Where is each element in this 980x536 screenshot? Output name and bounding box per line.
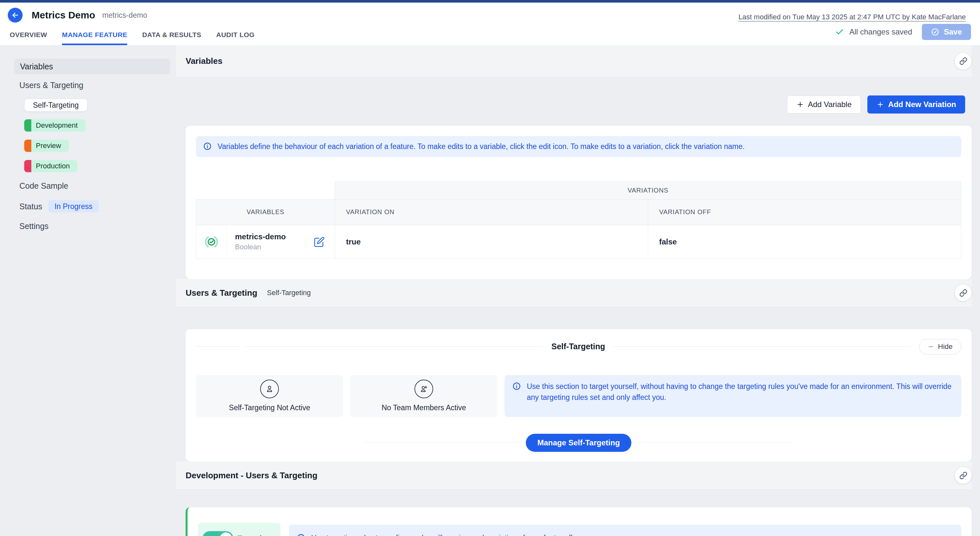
- add-new-variation-label: Add New Variation: [888, 100, 956, 109]
- info-icon: [297, 533, 305, 536]
- info-icon: [203, 141, 212, 151]
- variables-actions-row: Add Variable Add New Variation: [186, 95, 965, 114]
- tab-data-results[interactable]: DATA & RESULTS: [142, 31, 201, 45]
- divider: [636, 442, 793, 443]
- sidebar-item-code-sample[interactable]: Code Sample: [19, 181, 176, 190]
- back-button[interactable]: [8, 8, 22, 22]
- hide-button-label: Hide: [938, 343, 953, 351]
- hide-button[interactable]: Hide: [919, 339, 961, 354]
- variables-section-title: Variables: [186, 56, 223, 66]
- toggle-knob-check-icon: [220, 533, 232, 536]
- development-info-text: Use targeting rules to configure who wil…: [311, 533, 583, 536]
- targeting-toggle-panel: Targeting ON: [198, 523, 280, 536]
- variable-name[interactable]: metrics-demo: [235, 232, 314, 241]
- variables-info-banner: Variables define the behaviour of each v…: [196, 136, 961, 157]
- targeting-toggle[interactable]: [202, 531, 233, 536]
- add-variable-label: Add Variable: [808, 100, 852, 109]
- sidebar: Variables Users & Targeting Self-Targeti…: [0, 45, 176, 536]
- development-info-banner: Use targeting rules to configure who wil…: [289, 525, 961, 536]
- section-header-variables: Variables: [176, 45, 972, 78]
- page-header: Metrics Demo metrics-demo Last modified …: [0, 3, 980, 45]
- sidebar-item-status[interactable]: Status: [19, 202, 42, 211]
- page-title: Metrics Demo: [32, 10, 95, 21]
- check-circle-icon: [931, 28, 939, 36]
- divider: [364, 442, 521, 443]
- users-targeting-title: Users & Targeting: [186, 288, 257, 298]
- tab-audit-log[interactable]: AUDIT LOG: [216, 31, 255, 45]
- development-section-title: Development - Users & Targeting: [186, 471, 317, 480]
- col-header-variables: VARIABLES: [196, 199, 335, 225]
- development-anchor-link-button[interactable]: [955, 467, 972, 484]
- title-group: Metrics Demo metrics-demo: [8, 8, 147, 22]
- save-status: All changes saved: [835, 27, 912, 36]
- self-targeting-status-row: Self-Targeting Not Active No Team Member…: [196, 375, 961, 417]
- status-badge[interactable]: In Progress: [48, 200, 99, 212]
- sidebar-item-settings[interactable]: Settings: [19, 222, 176, 231]
- variable-cell: metrics-demo Boolean: [197, 225, 334, 258]
- last-modified-link[interactable]: Last modified on Tue May 13 2025 at 2:47…: [738, 13, 966, 21]
- team-members-status-label: No Team Members Active: [382, 403, 466, 412]
- save-status-text: All changes saved: [849, 27, 912, 36]
- info-icon: [512, 381, 521, 390]
- development-targeting-card: Targeting ON Use targeting rules to conf…: [186, 507, 972, 536]
- team-members-status-box: No Team Members Active: [350, 375, 498, 417]
- col-header-variation-on: VARIATION ON: [335, 199, 648, 225]
- divider: [246, 346, 543, 347]
- edit-pencil-icon: [314, 236, 325, 247]
- col-header-variation-off: VARIATION OFF: [648, 199, 961, 225]
- self-targeting-card: Self-Targeting Hide Self-Targeting Not A…: [186, 329, 972, 461]
- self-targeting-info-banner: Use this section to target yourself, wit…: [504, 375, 961, 417]
- save-group: All changes saved Save: [835, 24, 971, 40]
- self-targeting-status-box: Self-Targeting Not Active: [196, 375, 343, 417]
- main-panel: Variables Add Variable Add New Variation: [176, 45, 980, 536]
- link-icon: [959, 289, 967, 297]
- minus-icon: [928, 344, 934, 350]
- env-color-bar: [24, 160, 31, 172]
- content: Variables Users & Targeting Self-Targeti…: [0, 45, 980, 536]
- check-icon: [835, 27, 844, 36]
- env-label: Development: [31, 119, 86, 132]
- sidebar-item-env-production[interactable]: Production: [24, 160, 78, 172]
- edit-variable-button[interactable]: [314, 236, 325, 248]
- sidebar-item-variables[interactable]: Variables: [14, 59, 170, 74]
- tab-bar: OVERVIEW MANAGE FEATURE DATA & RESULTS A…: [10, 31, 255, 45]
- env-label: Preview: [31, 140, 69, 152]
- variables-info-text: Variables define the behaviour of each v…: [218, 141, 745, 152]
- tab-overview[interactable]: OVERVIEW: [10, 31, 47, 45]
- link-icon: [959, 57, 967, 65]
- env-label: Production: [31, 160, 78, 172]
- self-targeting-status-label: Self-Targeting Not Active: [229, 403, 310, 412]
- variation-on-value: true: [335, 225, 648, 258]
- sidebar-item-self-targeting[interactable]: Self-Targeting: [24, 99, 87, 111]
- plus-icon: [877, 101, 884, 108]
- self-targeting-info-text: Use this section to target yourself, wit…: [527, 381, 953, 403]
- divider: [613, 346, 910, 347]
- sidebar-status-row: Status In Progress: [19, 200, 176, 212]
- variables-table: VARIATIONS VARIABLES VARIATION ON VARIAT…: [196, 182, 961, 259]
- plus-icon: [796, 101, 804, 108]
- user-plus-icon: [414, 380, 433, 398]
- variable-status-icon: [197, 225, 227, 258]
- add-new-variation-button[interactable]: Add New Variation: [867, 95, 965, 114]
- env-color-bar: [24, 140, 31, 152]
- variation-off-value: false: [648, 225, 961, 258]
- variables-anchor-link-button[interactable]: [955, 53, 972, 70]
- targeting-status-label: Targeting ON: [237, 534, 277, 536]
- tab-manage-feature[interactable]: MANAGE FEATURE: [62, 31, 127, 45]
- manage-self-targeting-button[interactable]: Manage Self-Targeting: [526, 434, 632, 452]
- users-targeting-subtitle: Self-Targeting: [267, 289, 311, 297]
- divider: [196, 346, 240, 347]
- env-color-bar: [24, 119, 31, 132]
- variable-name-block: metrics-demo Boolean: [227, 232, 314, 251]
- sidebar-item-env-development[interactable]: Development: [24, 119, 86, 132]
- sidebar-item-users-targeting[interactable]: Users & Targeting: [19, 81, 176, 90]
- variables-card: Variables define the behaviour of each v…: [186, 126, 972, 279]
- self-targeting-panel-title: Self-Targeting: [543, 342, 613, 351]
- sidebar-item-env-preview[interactable]: Preview: [24, 140, 69, 152]
- table-corner-cell: [196, 182, 335, 199]
- save-button[interactable]: Save: [922, 24, 971, 40]
- section-header-development: Development - Users & Targeting: [176, 461, 972, 490]
- add-variable-button[interactable]: Add Variable: [787, 95, 861, 114]
- users-targeting-anchor-link-button[interactable]: [955, 284, 972, 301]
- variations-header-cell: VARIATIONS: [335, 182, 961, 199]
